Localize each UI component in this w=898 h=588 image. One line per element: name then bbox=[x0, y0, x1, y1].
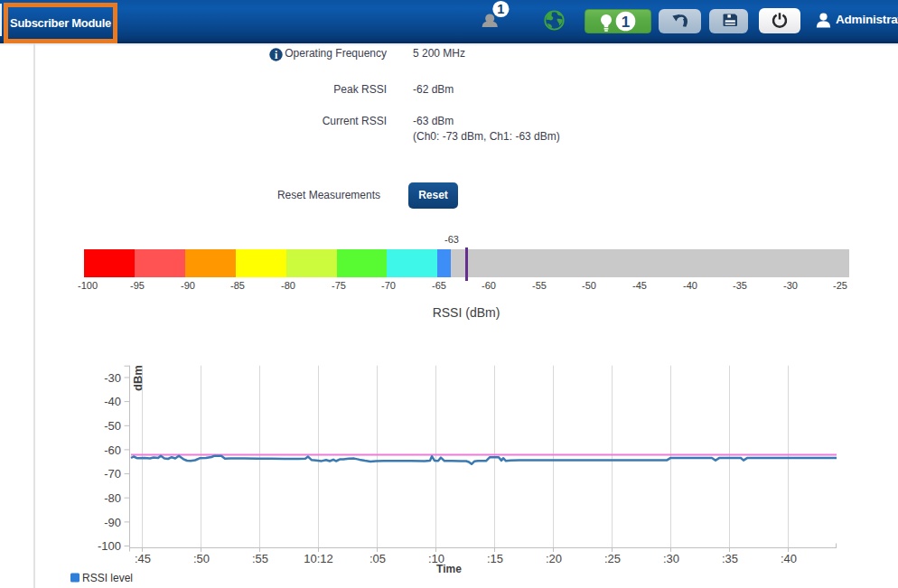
svg-text:1: 1 bbox=[622, 14, 630, 31]
svg-text:-50: -50 bbox=[104, 419, 121, 433]
svg-text::55: :55 bbox=[252, 552, 268, 565]
svg-text:-40: -40 bbox=[104, 395, 121, 408]
svg-text::05: :05 bbox=[369, 552, 386, 565]
svg-text:-30: -30 bbox=[104, 371, 121, 385]
svg-text::35: :35 bbox=[722, 552, 738, 565]
svg-text:-60: -60 bbox=[104, 443, 121, 457]
svg-text:1: 1 bbox=[497, 2, 504, 16]
svg-text:10:12: 10:12 bbox=[304, 552, 333, 565]
svg-text::15: :15 bbox=[487, 552, 503, 565]
svg-text::50: :50 bbox=[193, 552, 210, 565]
svg-text:Time: Time bbox=[436, 563, 462, 575]
svg-text::30: :30 bbox=[663, 552, 679, 565]
svg-text::40: :40 bbox=[781, 552, 797, 565]
svg-text::20: :20 bbox=[546, 552, 562, 565]
svg-text:-80: -80 bbox=[104, 491, 121, 505]
svg-text:RSSI level: RSSI level bbox=[82, 572, 133, 584]
svg-text:-90: -90 bbox=[104, 516, 121, 529]
svg-text::45: :45 bbox=[135, 552, 151, 565]
svg-text:-70: -70 bbox=[104, 467, 121, 481]
svg-text:dBm: dBm bbox=[131, 365, 145, 391]
svg-text:-100: -100 bbox=[98, 539, 121, 553]
svg-text::25: :25 bbox=[604, 552, 621, 565]
